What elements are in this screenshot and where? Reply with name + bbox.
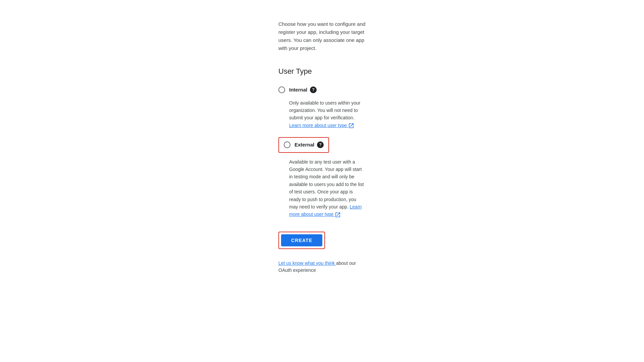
internal-learn-more-link[interactable]: Learn more about user type: [289, 123, 354, 128]
external-link-icon-2: [335, 213, 340, 217]
internal-help-icon[interactable]: ?: [310, 86, 317, 93]
feedback-link[interactable]: Let us know what you think: [278, 260, 336, 266]
external-help-icon[interactable]: ?: [317, 141, 324, 148]
create-button-wrapper: CREATE: [278, 232, 325, 249]
user-type-section: User Type Internal ? Only available to u…: [278, 66, 366, 218]
external-description: Available to any test user with a Google…: [289, 158, 366, 218]
external-radio-button[interactable]: [284, 141, 290, 148]
page-container: Choose how you want to configure and reg…: [171, 0, 473, 294]
internal-label: Internal: [289, 86, 307, 94]
section-title: User Type: [278, 66, 366, 77]
feedback-section: Let us know what you think about our OAu…: [278, 260, 366, 274]
external-radio-wrapper: External ?: [278, 137, 329, 153]
internal-description: Only available to users within your orga…: [289, 99, 366, 129]
external-radio-option[interactable]: External ?: [284, 141, 324, 149]
internal-radio-button[interactable]: [278, 86, 285, 93]
external-link-icon: [349, 123, 354, 128]
intro-text: Choose how you want to configure and reg…: [278, 20, 366, 52]
external-label: External: [294, 141, 314, 149]
internal-radio-option[interactable]: Internal ?: [278, 86, 366, 94]
create-button[interactable]: CREATE: [281, 234, 322, 246]
